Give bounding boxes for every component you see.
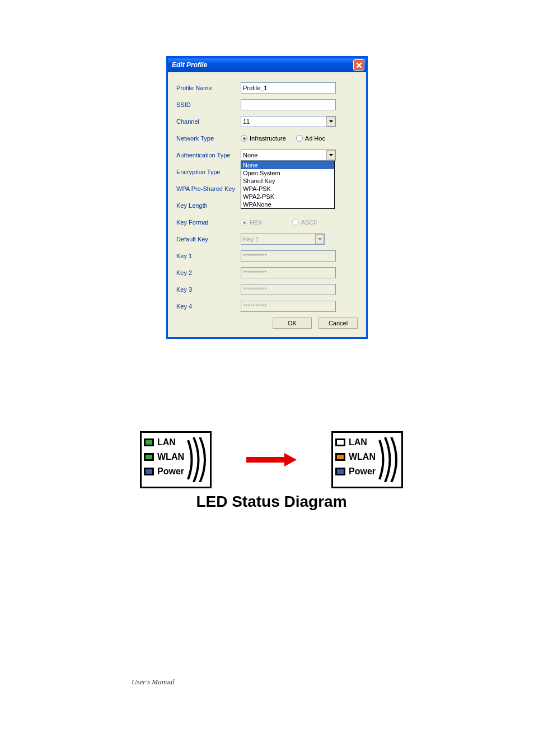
led-panel-after: LAN WLAN Power [331, 431, 403, 488]
dropdown-item-wpanone[interactable]: WPANone [241, 200, 334, 208]
auth-type-dropdown: None Open System Shared Key WPA-PSK WPA2… [241, 161, 335, 209]
power-led-icon [335, 468, 345, 475]
ok-button[interactable]: OK [273, 318, 312, 329]
radio-icon [292, 219, 299, 226]
signal-icon [185, 437, 208, 482]
auth-type-value: None [243, 152, 257, 158]
radio-icon [296, 135, 303, 142]
channel-value: 11 [243, 118, 250, 125]
profile-name-label: Profile Name [176, 85, 241, 91]
key1-input [241, 250, 336, 262]
led-panel-before: LAN WLAN Power [140, 431, 212, 488]
wpa-psk-label: WPA Pre-Shared Key [176, 185, 241, 192]
led-status-diagram: LAN WLAN Power LAN WLAN Power [140, 431, 403, 511]
diagram-title: LED Status Diagram [140, 493, 403, 511]
network-type-infrastructure[interactable]: Infrastructure [241, 135, 286, 142]
default-key-label: Default Key [176, 236, 241, 242]
ssid-label: SSID [176, 101, 241, 108]
wlan-led-icon [335, 453, 345, 461]
radio-icon [241, 135, 247, 142]
key1-label: Key 1 [176, 253, 241, 259]
channel-select[interactable]: 11 [241, 116, 336, 127]
chevron-down-icon [326, 150, 335, 160]
key-length-label: Key Length [176, 202, 241, 209]
key4-label: Key 4 [176, 303, 241, 310]
chevron-down-icon [315, 234, 324, 244]
network-type-label: Network Type [176, 135, 241, 142]
lan-led-icon [335, 438, 345, 446]
key3-input [241, 284, 336, 295]
network-type-adhoc[interactable]: Ad Hoc [296, 135, 325, 142]
footer-text: User's Manual [132, 678, 175, 687]
auth-type-label: Authentication Type [176, 152, 241, 158]
close-button[interactable] [353, 59, 364, 71]
power-led-icon [144, 468, 154, 475]
arrow-right-icon [246, 455, 297, 465]
dropdown-item-none[interactable]: None [241, 161, 334, 169]
channel-label: Channel [176, 118, 241, 125]
edit-profile-dialog: Edit Profile Profile Name SSID [166, 56, 368, 339]
dropdown-item-open-system[interactable]: Open System [241, 169, 334, 177]
chevron-down-icon [326, 116, 335, 127]
dropdown-item-wpa2-psk[interactable]: WPA2-PSK [241, 193, 334, 200]
key3-label: Key 3 [176, 286, 241, 293]
key2-input [241, 267, 336, 278]
radio-icon [241, 219, 247, 226]
cancel-button[interactable]: Cancel [318, 318, 358, 329]
enc-type-label: Encryption Type [176, 169, 241, 175]
key4-input [241, 301, 336, 312]
default-key-select: Key 1 [241, 234, 325, 245]
auth-type-select[interactable]: None [241, 150, 336, 161]
key2-label: Key 2 [176, 269, 241, 276]
dropdown-item-wpa-psk[interactable]: WPA-PSK [241, 185, 334, 193]
default-key-value: Key 1 [243, 236, 259, 242]
profile-name-input[interactable] [241, 82, 336, 94]
signal-icon [377, 437, 399, 482]
key-format-ascii: ASCII [292, 219, 317, 226]
dialog-title: Edit Profile [172, 61, 207, 69]
dropdown-item-shared-key[interactable]: Shared Key [241, 177, 334, 185]
ssid-input[interactable] [241, 99, 336, 110]
titlebar: Edit Profile [168, 58, 366, 72]
key-format-hex: HEX [241, 219, 263, 226]
lan-led-icon [144, 438, 154, 446]
key-format-label: Key Format [176, 219, 241, 226]
wlan-led-icon [144, 453, 154, 461]
